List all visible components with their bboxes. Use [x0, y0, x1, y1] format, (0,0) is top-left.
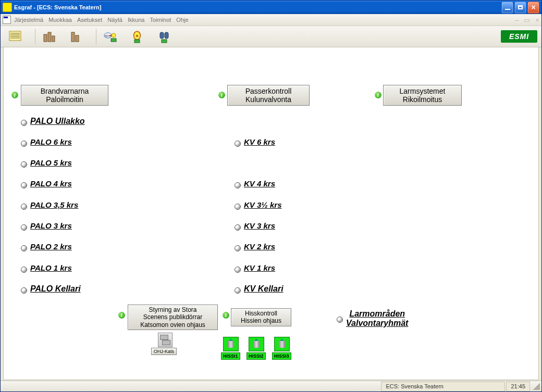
hissi2-label[interactable]: HISSI2: [247, 352, 266, 360]
header-access-line1: Passerkontroll: [232, 87, 305, 95]
link-palo-4krs[interactable]: PALO 4 krs: [30, 179, 72, 188]
toolbar-btn-1[interactable]: [5, 28, 26, 45]
link-palo-kellari[interactable]: PALO Kellari: [30, 284, 81, 294]
info-icon[interactable]: [375, 92, 381, 98]
svg-rect-6: [48, 32, 51, 42]
info-icon[interactable]: [11, 92, 18, 98]
menu-nayta[interactable]: Näytä: [107, 17, 122, 23]
status-dot: [235, 224, 241, 231]
hissi2-icon[interactable]: [249, 337, 264, 351]
status-dot: [21, 120, 27, 126]
ohj-kats-icon[interactable]: [158, 333, 173, 347]
info-icon[interactable]: [218, 92, 225, 98]
svg-rect-16: [160, 32, 164, 39]
status-dot: [235, 267, 241, 273]
link-palo-3krs[interactable]: PALO 3 krs: [30, 221, 72, 230]
btn-hisskontroll[interactable]: Hisskontroll Hissien ohjaus: [231, 308, 291, 326]
info-icon[interactable]: [118, 312, 125, 319]
link-palo-ullakko[interactable]: PALO Ullakko: [30, 117, 85, 126]
hiss-l2: Hissien ohjaus: [236, 317, 287, 324]
header-fire-line2: Paloilmoitin: [26, 95, 104, 104]
stora-l3: Katsomon ovien ohjaus: [132, 321, 213, 328]
status-time: 21:45: [506, 382, 530, 391]
link-palo-2krs[interactable]: PALO 2 krs: [30, 242, 72, 251]
svg-rect-18: [162, 40, 167, 43]
status-dot: [21, 287, 27, 294]
status-dot: [21, 161, 27, 168]
minimize-button[interactable]: [501, 2, 513, 14]
stora-l1: Styrning av Stora: [132, 306, 213, 313]
svg-point-12: [112, 33, 116, 37]
mdi-close-icon[interactable]: ×: [535, 16, 539, 24]
link-larmomraden[interactable]: Larmområden Valvontaryhmät: [346, 309, 408, 328]
svg-rect-5: [44, 34, 47, 42]
window-title: Esgraf - [ECS: Svenska Teatern]: [14, 4, 101, 10]
link-kv-35krs[interactable]: KV 3½ krs: [244, 200, 282, 209]
status-dot: [21, 224, 27, 231]
maximize-button[interactable]: [514, 2, 526, 14]
menu-asetukset[interactable]: Asetukset: [77, 17, 102, 23]
menu-ohje[interactable]: Ohje: [176, 17, 188, 23]
link-kv-3krs[interactable]: KV 3 krs: [244, 221, 275, 230]
status-dot: [235, 182, 241, 188]
toolbar-btn-6[interactable]: [154, 28, 175, 45]
link-palo-35krs[interactable]: PALO 3,5 krs: [30, 200, 78, 209]
header-fire-line1: Brandvarnarna: [26, 87, 104, 95]
ohj-kats-label[interactable]: OHJ-Kats: [151, 348, 177, 355]
stora-l2: Scenens publikdörrar: [132, 313, 213, 321]
menu-jarjestelma[interactable]: Järjestelmä: [14, 17, 43, 23]
status-dot: [21, 267, 27, 273]
menu-ikkuna[interactable]: Ikkuna: [128, 17, 144, 23]
header-passerkontroll[interactable]: Passerkontroll Kulunvalvonta: [227, 85, 310, 106]
larm-l2: Valvontaryhmät: [346, 319, 408, 328]
status-dot: [337, 317, 343, 323]
mdi-minimize-icon[interactable]: –: [515, 16, 519, 24]
link-kv-4krs[interactable]: KV 4 krs: [244, 179, 275, 188]
toolbar-btn-5[interactable]: [127, 28, 147, 45]
svg-rect-8: [71, 32, 75, 42]
menu-toiminot[interactable]: Toiminot: [150, 17, 171, 23]
hissi3-label[interactable]: HISSI3: [272, 352, 291, 360]
toolbar-btn-4[interactable]: abc: [100, 28, 120, 45]
svg-rect-7: [52, 36, 55, 42]
link-palo-6krs[interactable]: PALO 6 krs: [30, 137, 72, 146]
svg-rect-0: [9, 31, 21, 41]
status-dot: [235, 287, 241, 294]
larm-l1: Larmområden: [346, 309, 408, 319]
app-icon: [3, 3, 12, 12]
link-palo-5krs[interactable]: PALO 5 krs: [30, 158, 72, 167]
link-kv-6krs[interactable]: KV 6 krs: [244, 137, 275, 146]
status-dot: [21, 204, 27, 210]
header-alarm-line2: Rikoilmoitus: [388, 95, 457, 104]
toolbar-separator-2: [96, 29, 96, 44]
svg-rect-15: [134, 40, 140, 43]
esmi-logo: ESMI: [501, 30, 537, 43]
link-kv-1krs[interactable]: KV 1 krs: [244, 263, 275, 272]
svg-point-14: [136, 35, 138, 37]
toolbar-separator: [35, 29, 35, 44]
header-larmsystemet[interactable]: Larmsystemet Rikoilmoitus: [383, 85, 462, 106]
toolbar-btn-2[interactable]: [39, 28, 59, 45]
mdi-restore-icon[interactable]: ▭: [524, 16, 530, 24]
hissi3-icon[interactable]: [274, 337, 290, 351]
app-window: Esgraf - [ECS: Svenska Teatern] Järjeste…: [0, 0, 542, 392]
menu-bar: Järjestelmä Muokkaa Asetukset Näytä Ikku…: [1, 14, 541, 26]
btn-styrning-stora[interactable]: Styrning av Stora Scenens publikdörrar K…: [128, 305, 218, 330]
toolbar: abc ESMI: [1, 26, 541, 47]
header-alarm-line1: Larmsystemet: [388, 87, 457, 95]
status-bar: ECS: Svenska Teatern 21:45: [1, 381, 541, 391]
resize-grip-icon[interactable]: [533, 383, 540, 390]
hissi1-label[interactable]: HISSI1: [221, 352, 240, 360]
hissi1-icon[interactable]: [223, 337, 239, 351]
status-center: ECS: Svenska Teatern: [381, 382, 505, 391]
status-dot: [235, 204, 241, 210]
menu-muokkaa[interactable]: Muokkaa: [48, 17, 72, 23]
link-kv-kellari[interactable]: KV Kellari: [244, 284, 284, 294]
close-button[interactable]: [527, 2, 539, 14]
header-brandvarnarna[interactable]: Brandvarnarna Paloilmoitin: [21, 85, 108, 106]
link-kv-2krs[interactable]: KV 2 krs: [244, 242, 275, 251]
hiss-l1: Hisskontroll: [236, 310, 287, 317]
info-icon[interactable]: [223, 312, 229, 319]
toolbar-btn-3[interactable]: [66, 28, 87, 45]
link-palo-1krs[interactable]: PALO 1 krs: [30, 263, 72, 272]
